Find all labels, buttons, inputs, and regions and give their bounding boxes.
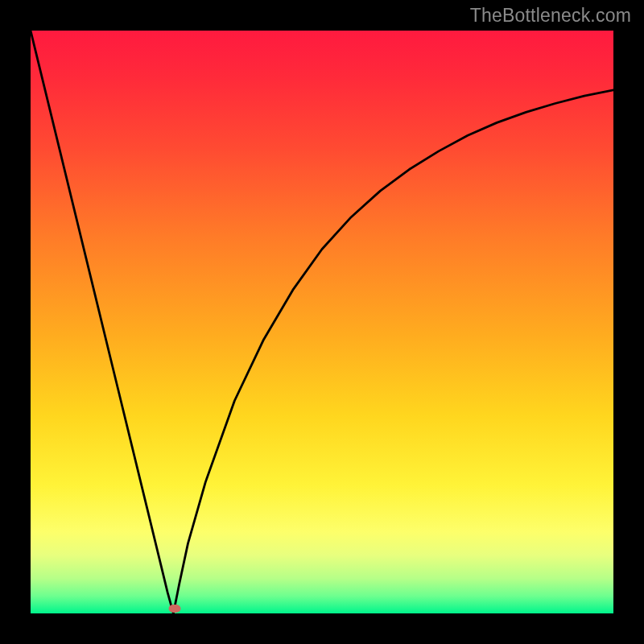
watermark-text: TheBottleneck.com [470,5,631,27]
optimal-point-marker [168,605,180,613]
plot-area [31,31,613,613]
bottleneck-curve [31,31,613,613]
chart-frame: TheBottleneck.com [0,0,644,644]
